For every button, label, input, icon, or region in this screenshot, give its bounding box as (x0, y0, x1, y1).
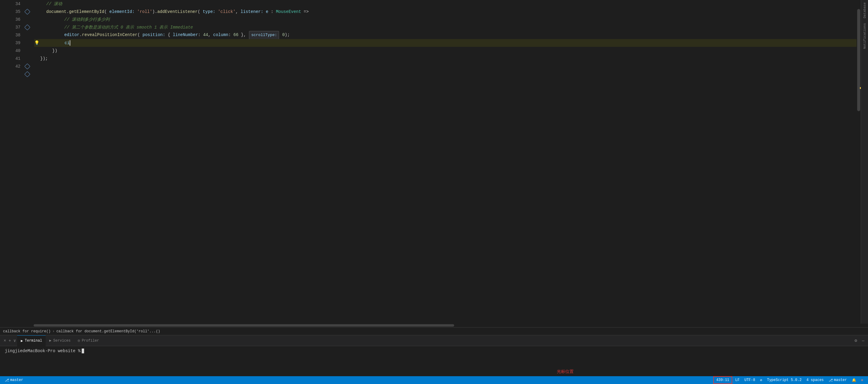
notifications-panel-item[interactable]: Notifications (862, 21, 867, 51)
terminal-tab-label: Terminal (25, 338, 42, 343)
line-num-39: 39 (0, 39, 21, 47)
git-branch-item[interactable]: ⎇ master (2, 376, 26, 384)
cursor-position-annotation: 光标位置 (557, 369, 574, 374)
eol-text: LF (735, 378, 740, 382)
database-panel-item[interactable]: Database (862, 0, 867, 21)
git-branch-right-icon: ⎇ (829, 378, 833, 383)
line-numbers: 34 35 36 37 38 39 40 41 42 (0, 0, 24, 324)
line-num-40: 40 (0, 47, 21, 55)
line-num-37: 37 (0, 24, 21, 31)
terminal-tabs: × + ∨ ▶ Terminal ▶ Services ◎ Profiler ⚙… (0, 335, 868, 346)
fold-indicator-41[interactable] (24, 71, 30, 77)
fold-indicator-35[interactable] (24, 9, 30, 15)
terminal-tab-icon: ▶ (21, 338, 23, 343)
code-line-37: // 第二个参数是滚动的方式 0 表示 smooth 1 表示 Immediat… (34, 24, 857, 31)
indent-item[interactable]: 4 spaces (804, 376, 826, 384)
horizontal-scrollbar[interactable] (0, 324, 868, 327)
git-branch-right-item[interactable]: ⎇ master (826, 376, 849, 384)
code-line-41: }); (34, 55, 857, 62)
code-text-34: // 滚动 (46, 0, 62, 8)
code-line-34: // 滚动 (34, 0, 857, 8)
bulb-icon[interactable]: 💡 (34, 39, 39, 47)
editor-main: 34 35 36 37 38 39 40 41 42 // 滚动 (0, 0, 868, 324)
code-content[interactable]: // 滚动 document.getElementById( elementId… (31, 0, 857, 324)
error-icon-item[interactable]: ⊗ (859, 376, 866, 384)
right-panel: Database Notifications (861, 0, 868, 324)
terminal-tab-profiler[interactable]: ◎ Profiler (74, 335, 103, 346)
eol-item[interactable]: LF (733, 376, 742, 384)
code-line-40: }) (34, 47, 857, 55)
language-item[interactable]: TypeScript 5.0.2 (765, 376, 804, 384)
line-num-42: 42 (0, 62, 21, 70)
language-text: TypeScript 5.0.2 (767, 378, 802, 382)
code-line-42 (34, 62, 857, 70)
git-branch-right-text: master (834, 378, 847, 382)
line-num-34: 34 (0, 0, 21, 8)
encoding-item[interactable]: UTF-8 (742, 376, 757, 384)
encoding-text: UTF-8 (744, 378, 755, 382)
terminal-content[interactable]: jingjiedeMacBook-Pro website % (0, 346, 868, 376)
terminal-minimize-btn[interactable]: — (861, 338, 866, 344)
git-icon: ⎇ (5, 378, 9, 383)
editor-area: 34 35 36 37 38 39 40 41 42 // 滚动 (0, 0, 868, 327)
icon-item1[interactable]: ⊘ (757, 376, 764, 384)
notifications-icon: 🔔 (852, 378, 856, 383)
fold-indicator-40[interactable] (24, 63, 30, 69)
breadcrumb-item-1[interactable]: callback for require() (3, 329, 51, 333)
line-num-35: 35 (0, 8, 21, 16)
terminal-tab-services[interactable]: ▶ Services (45, 335, 74, 346)
indent-text: 4 spaces (806, 378, 824, 382)
line-num-38: 38 (0, 31, 21, 39)
vertical-scrollbar[interactable] (857, 0, 861, 324)
gutter (24, 0, 31, 324)
breadcrumb-separator: › (52, 329, 54, 333)
notifications-item[interactable]: 🔔 (849, 376, 859, 384)
scrollbar-thumb[interactable] (857, 9, 860, 111)
services-tab-icon: ▶ (49, 338, 51, 343)
status-bar: ⎇ master 光标位置 439:11 LF UTF-8 ⊘ TypeScri… (0, 376, 868, 384)
line-num-36: 36 (0, 16, 21, 24)
terminal-dropdown-btn[interactable]: ∨ (12, 337, 17, 344)
git-branch-label: master (10, 378, 23, 382)
editor-empty-space (34, 70, 857, 190)
code-line-38: editor.revealPositionInCenter( position:… (34, 31, 857, 39)
cursor-caret (70, 40, 70, 46)
terminal-cursor (82, 349, 84, 353)
terminal-settings-btn[interactable]: ⚙ (853, 337, 858, 344)
slash-icon: ⊘ (760, 378, 762, 383)
code-line-35: document.getElementById( elementId: 'rol… (34, 8, 857, 16)
cursor-position-text: 439:11 (716, 378, 729, 382)
scrollbar-marker (860, 87, 861, 89)
terminal-container: × + ∨ ▶ Terminal ▶ Services ◎ Profiler ⚙… (0, 335, 868, 376)
terminal-add-btn[interactable]: + (7, 338, 12, 344)
cursor-position-item[interactable]: 439:11 (713, 376, 732, 384)
breadcrumb-bar: callback for require() › callback for do… (0, 327, 868, 335)
terminal-close-btn[interactable]: × (2, 338, 7, 344)
error-icon: ⊗ (861, 378, 863, 383)
breadcrumb-item-2[interactable]: callback for document.getElementById('ro… (57, 329, 160, 333)
profiler-tab-icon: ◎ (78, 338, 80, 343)
line-num-41: 41 (0, 55, 21, 62)
h-scrollbar-thumb[interactable] (34, 324, 454, 327)
services-tab-label: Services (53, 338, 70, 343)
terminal-prompt-line: jingjiedeMacBook-Pro website % (5, 349, 84, 353)
code-line-36: // 滚动到多少行多少列 (34, 16, 857, 24)
terminal-prompt-text: jingjiedeMacBook-Pro website % (5, 349, 81, 353)
profiler-tab-label: Profiler (82, 338, 99, 343)
terminal-tab-terminal[interactable]: ▶ Terminal (17, 335, 45, 346)
status-bar-right: 光标位置 439:11 LF UTF-8 ⊘ TypeScript 5.0.2 … (713, 376, 866, 384)
fold-indicator-36[interactable] (24, 24, 30, 30)
code-line-39: 💡 ci (34, 39, 857, 47)
